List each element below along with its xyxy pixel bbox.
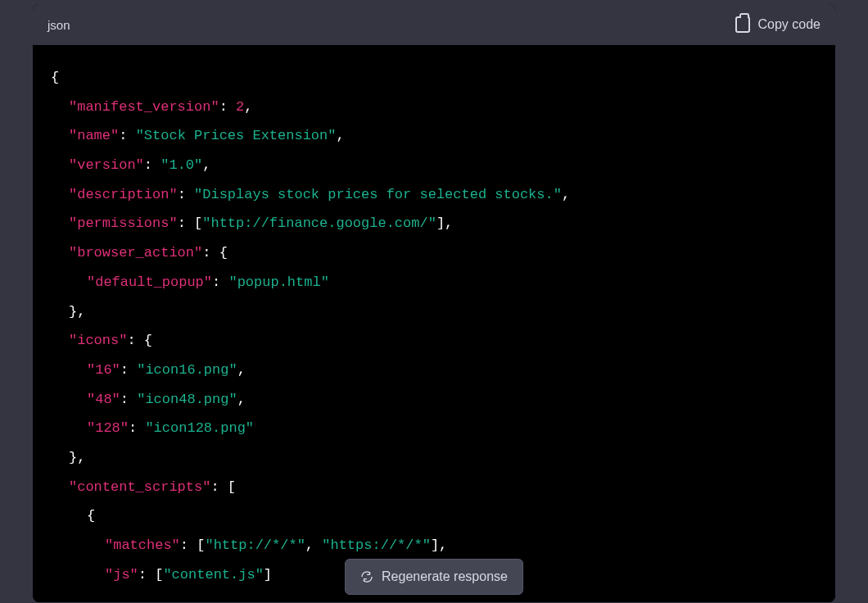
code-header: json Copy code — [33, 4, 835, 45]
regenerate-response-button[interactable]: Regenerate response — [345, 559, 523, 595]
code-block: json Copy code { "manifest_version": 2, … — [33, 4, 835, 602]
code-content: { "manifest_version": 2, "name": "Stock … — [33, 45, 835, 602]
copy-code-label: Copy code — [758, 17, 821, 32]
language-label: json — [47, 18, 70, 32]
copy-code-button[interactable]: Copy code — [735, 16, 821, 33]
clipboard-icon — [735, 16, 750, 33]
refresh-icon — [360, 570, 373, 583]
regenerate-label: Regenerate response — [382, 569, 508, 584]
